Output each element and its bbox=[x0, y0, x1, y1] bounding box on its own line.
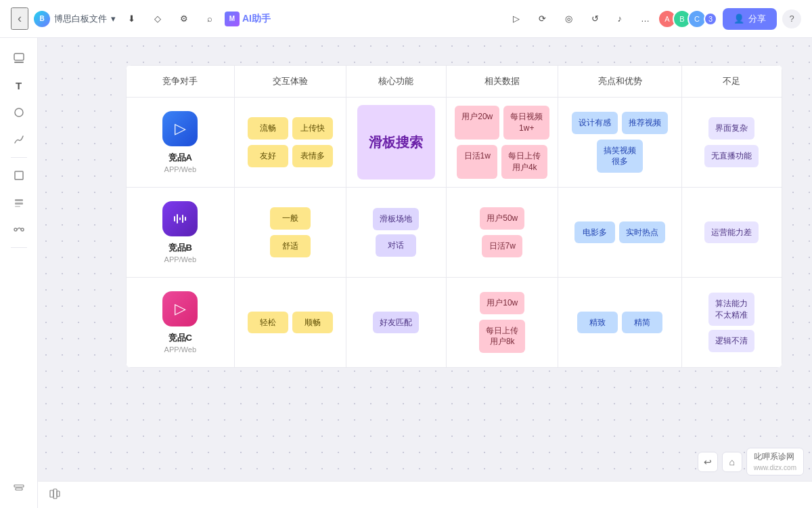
competitor-a-sub: APP/Web bbox=[132, 165, 229, 173]
share-button[interactable]: 👤 分享 bbox=[723, 8, 777, 30]
svg-point-2 bbox=[15, 108, 23, 117]
settings-button[interactable]: ⚙ bbox=[173, 9, 195, 28]
connector-tool[interactable] bbox=[7, 217, 31, 242]
competitor-c-sub: APP/Web bbox=[132, 345, 229, 354]
settings-icon: ⚙ bbox=[180, 14, 188, 24]
sticky-note: 舒适 bbox=[270, 235, 311, 257]
core-feature-large: 滑板搜索 bbox=[357, 105, 435, 179]
map-button[interactable] bbox=[49, 488, 61, 503]
music-button[interactable]: ♪ bbox=[611, 9, 629, 28]
layers-tool[interactable] bbox=[7, 475, 31, 500]
comparison-table-container: 竞争对手 交互体验 核心功能 相关数据 亮点和优势 不足 bbox=[126, 65, 782, 368]
sticky-note: 用户20w bbox=[455, 106, 499, 140]
svg-rect-0 bbox=[14, 54, 24, 60]
svg-rect-18 bbox=[57, 491, 60, 496]
file-dropdown-icon: ▾ bbox=[111, 14, 116, 24]
share-person-icon: 👤 bbox=[734, 14, 744, 24]
svg-rect-12 bbox=[177, 214, 178, 224]
competitor-b-weakness: 运营能力差 bbox=[681, 188, 782, 278]
header-competitor: 竞争对手 bbox=[127, 66, 235, 98]
svg-rect-10 bbox=[16, 488, 22, 490]
competitor-a-weakness: 界面复杂 无直播功能 bbox=[681, 98, 782, 188]
canvas[interactable]: 竞争对手 交互体验 核心功能 相关数据 亮点和优势 不足 bbox=[38, 38, 812, 481]
tag-icon: ◇ bbox=[154, 14, 161, 24]
sticky-note: 设计有感 bbox=[572, 112, 618, 134]
competitor-a-data: 用户20w 每日视频1w+ 日活1w 每日上传用户4k bbox=[447, 98, 558, 188]
help-button[interactable]: ? bbox=[782, 9, 801, 28]
sticky-note: 每日上传用户4k bbox=[501, 145, 547, 179]
header-data: 相关数据 bbox=[447, 66, 558, 98]
search-button[interactable]: ⌕ bbox=[200, 9, 219, 28]
avatar-count: 3 bbox=[704, 12, 717, 26]
competitor-c-name: 竞品C bbox=[132, 332, 229, 344]
svg-rect-11 bbox=[174, 216, 175, 221]
competitor-b-core: 滑板场地 对话 bbox=[346, 188, 446, 278]
undo-button[interactable]: ↩ bbox=[698, 452, 718, 472]
comment-button[interactable]: ◎ bbox=[558, 9, 579, 28]
competitor-b-highlight: 电影多 实时热点 bbox=[558, 188, 681, 278]
home-button[interactable]: ⌂ bbox=[722, 452, 742, 472]
competitor-c-icon: ▷ bbox=[162, 291, 198, 326]
watermark-text: 叱呷系诊网www.dizx.com bbox=[746, 448, 804, 475]
competitor-b-data: 用户50w 日活7w bbox=[447, 188, 558, 278]
competitor-a-highlight: 设计有感 推荐视频 搞笑视频很多 bbox=[558, 98, 681, 188]
tag-button[interactable]: ◇ bbox=[148, 9, 168, 28]
header-interaction: 交互体验 bbox=[234, 66, 346, 98]
sticky-note: 用户10w bbox=[480, 292, 524, 314]
bottom-bar bbox=[38, 481, 812, 508]
header-weakness: 不足 bbox=[681, 66, 782, 98]
sticky-note: 好友匹配 bbox=[373, 312, 419, 334]
sticky-note: 流畅 bbox=[248, 117, 288, 140]
pen-tool[interactable] bbox=[7, 127, 31, 152]
competitor-c-highlight: 精致 精简 bbox=[558, 278, 681, 368]
competitor-c-data: 用户10w 每日上传用户8k bbox=[447, 278, 558, 368]
sticky-note: 顺畅 bbox=[292, 312, 333, 334]
competitor-a-name: 竞品A bbox=[132, 152, 229, 164]
table-row: ▷ 竞品C APP/Web 轻松 顺畅 好友匹配 bbox=[127, 278, 782, 368]
present-button[interactable]: ⟳ bbox=[532, 9, 553, 28]
competitor-a-interaction: 流畅 上传快 友好 表情多 bbox=[234, 98, 346, 188]
header-highlight: 亮点和优势 bbox=[558, 66, 681, 98]
sticky-note: 日活1w bbox=[457, 145, 497, 179]
more-button[interactable]: … bbox=[634, 9, 656, 28]
sticky-note: 界面复杂 bbox=[708, 117, 754, 140]
search-icon: ⌕ bbox=[207, 14, 212, 24]
sticky-note: 一般 bbox=[270, 207, 311, 230]
competitor-a-cell: ▷ 竞品A APP/Web bbox=[127, 98, 235, 188]
tool-divider-1 bbox=[11, 157, 27, 158]
shapes-tool[interactable] bbox=[7, 100, 31, 125]
ai-assistant-button[interactable]: M AI助手 bbox=[225, 12, 271, 26]
list-tool[interactable] bbox=[7, 190, 31, 215]
left-sidebar: T bbox=[0, 38, 38, 508]
play-button[interactable]: ▷ bbox=[506, 9, 526, 28]
frame-tool[interactable] bbox=[7, 163, 31, 188]
share-label: 分享 bbox=[748, 13, 766, 25]
sticky-note: 搞笑视频很多 bbox=[597, 140, 643, 173]
sticky-note: 推荐视频 bbox=[622, 112, 668, 134]
sticky-note: 实时热点 bbox=[619, 221, 665, 244]
svg-rect-1 bbox=[14, 62, 24, 63]
sticky-note: 逻辑不清 bbox=[708, 330, 754, 352]
svg-rect-13 bbox=[179, 217, 181, 220]
back-button[interactable]: ‹ bbox=[11, 7, 28, 30]
text-tool[interactable]: T bbox=[7, 73, 31, 98]
svg-point-7 bbox=[14, 228, 17, 231]
competitor-c-cell: ▷ 竞品C APP/Web bbox=[127, 278, 235, 368]
download-button[interactable]: ⬇ bbox=[121, 9, 142, 28]
competitor-b-cell: 竞品B APP/Web bbox=[127, 188, 235, 278]
file-menu[interactable]: B 博思白板文件 ▾ bbox=[34, 11, 116, 27]
competitor-c-weakness: 算法能力不太精准 逻辑不清 bbox=[681, 278, 782, 368]
sticky-note: 轻松 bbox=[248, 312, 288, 334]
sticky-note: 滑板场地 bbox=[373, 208, 419, 230]
svg-rect-6 bbox=[15, 206, 20, 207]
select-tool[interactable] bbox=[7, 46, 31, 70]
sticky-note: 运营能力差 bbox=[704, 221, 759, 244]
competitor-b-interaction: 一般 舒适 bbox=[234, 188, 346, 278]
header-core: 核心功能 bbox=[346, 66, 446, 98]
competitor-c-core: 好友匹配 bbox=[346, 278, 446, 368]
sticky-note: 算法能力不太精准 bbox=[708, 293, 754, 326]
competitor-a-icon: ▷ bbox=[162, 111, 198, 146]
sticky-note: 用户50w bbox=[480, 207, 524, 230]
history-button[interactable]: ↺ bbox=[585, 9, 606, 28]
svg-rect-14 bbox=[182, 215, 183, 223]
